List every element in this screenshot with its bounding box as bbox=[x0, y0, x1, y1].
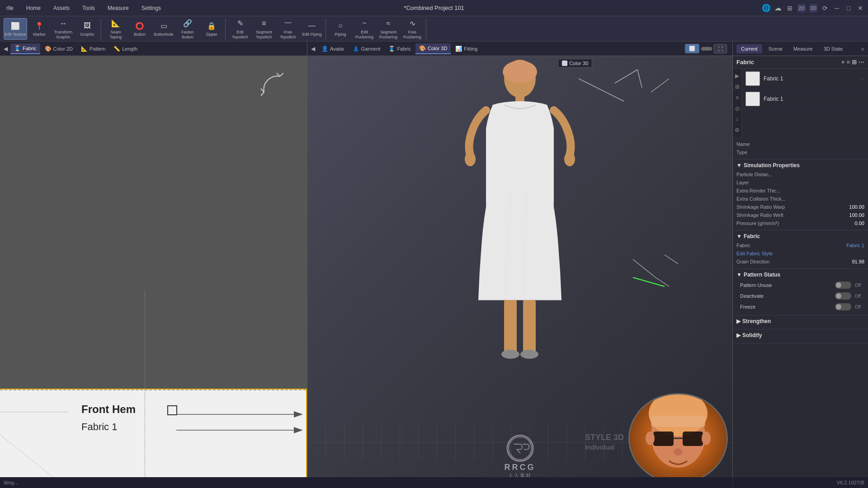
direction-arrow-1 bbox=[176, 408, 307, 421]
minimize-btn[interactable]: ─ bbox=[833, 4, 841, 12]
tab-garment[interactable]: 👗 Garment bbox=[349, 44, 384, 54]
menu-file[interactable]: rlle bbox=[4, 4, 16, 12]
sidebar-icon-2[interactable]: ⊞ bbox=[734, 83, 741, 90]
fasten-button-btn[interactable]: 🔗 Fasten Button bbox=[176, 18, 199, 40]
zipper-btn[interactable]: 🔒 Zipper bbox=[200, 18, 223, 40]
fabric-props-collapse-icon[interactable]: ▼ bbox=[736, 233, 742, 239]
button-btn[interactable]: ⭕ Button bbox=[128, 18, 151, 40]
solidify-collapse-icon[interactable]: ▶ bbox=[736, 332, 741, 338]
graphic-btn[interactable]: 🖼 Graphic bbox=[75, 18, 99, 40]
edit-topstitch-btn[interactable]: ✎ Edit Topstitch bbox=[228, 18, 252, 40]
seam-taping-btn[interactable]: 📐 Seam Taping bbox=[104, 18, 127, 40]
view-color-btn[interactable] bbox=[701, 47, 712, 51]
viewport-2d[interactable]: Front Hem Fabric 1 bbox=[0, 56, 307, 488]
free-topstitch-btn[interactable]: 〰 Free Topstitch bbox=[276, 18, 300, 40]
maximize-btn[interactable]: □ bbox=[844, 4, 853, 12]
sidebar-icon-5[interactable]: ↕ bbox=[734, 116, 741, 123]
rrcg-logo: RRCG 人人素材 bbox=[505, 435, 536, 479]
name-label: Name bbox=[736, 141, 864, 147]
layer-label: Layer bbox=[736, 180, 864, 185]
tab-length-label: Length bbox=[122, 46, 137, 52]
2d-toggle[interactable]: 2D bbox=[797, 4, 806, 12]
tab-fabric-3d-label: Fabric bbox=[397, 46, 411, 52]
strengthen-title: ▶ Strengthen bbox=[736, 318, 864, 324]
segment-puckering-btn[interactable]: ≈ Segment Puckering bbox=[377, 18, 400, 40]
tab-fabric-2d[interactable]: 🧵 Fabric bbox=[10, 43, 40, 54]
segment-topstitch-btn[interactable]: ≡ Segment Topstitch bbox=[252, 18, 276, 40]
free-puckering-btn[interactable]: ∿ Free Puckering bbox=[401, 18, 424, 40]
edit-puckering-btn[interactable]: ~ Edit Puckering bbox=[353, 18, 376, 40]
main-area: ◀ 🧵 Fabric 🎨 Color 2D 📐 Pattern 📏 Length bbox=[0, 42, 868, 488]
menu-tools[interactable]: Tools bbox=[80, 4, 98, 12]
window-controls: 🌐 ☁ ⊞ 2D 3D ⟳ ─ □ ✕ bbox=[762, 4, 864, 12]
3d-toggle[interactable]: 3D bbox=[809, 4, 817, 12]
freeze-toggle[interactable] bbox=[835, 303, 851, 310]
props-tab-3d-state[interactable]: 3D State bbox=[819, 44, 848, 53]
fabric-item-2[interactable]: Fabric 1 bbox=[742, 89, 868, 109]
fabric-props-title: ▼ Fabric bbox=[736, 233, 864, 239]
more-options-btn[interactable]: ⋯ bbox=[859, 59, 864, 66]
tab-color-2d[interactable]: 🎨 Color 2D bbox=[41, 44, 76, 54]
tab-color-3d[interactable]: 🎨 Color 3D bbox=[415, 43, 451, 54]
menu-home[interactable]: Home bbox=[24, 4, 43, 12]
piping-icon: ○ bbox=[335, 20, 346, 31]
props-expand-btn[interactable]: » bbox=[861, 45, 864, 52]
props-tab-current[interactable]: Current bbox=[736, 44, 762, 53]
cloud-icon[interactable]: ☁ bbox=[774, 4, 782, 12]
edit-texture-btn[interactable]: ⬜ Edit Texture bbox=[4, 18, 27, 40]
puckering-tools: ○ Piping ~ Edit Puckering ≈ Segment Puck… bbox=[327, 18, 426, 40]
fabric-item-1[interactable]: Fabric 1 ⋯ bbox=[742, 69, 868, 89]
network-icon[interactable]: 🌐 bbox=[762, 4, 770, 12]
pattern-unuse-toggle[interactable] bbox=[835, 282, 851, 289]
2d-nav-prev[interactable]: ◀ bbox=[2, 46, 9, 52]
fabric-prop-row: Fabric Fabric 1 bbox=[736, 241, 864, 249]
add-fabric-btn[interactable]: + bbox=[841, 59, 845, 66]
piping-btn[interactable]: ○ Piping bbox=[329, 18, 352, 40]
3d-nav-prev[interactable]: ◀ bbox=[309, 46, 317, 52]
sidebar-icon-6[interactable]: ⚙ bbox=[734, 127, 741, 134]
tab-fitting-label: Fitting bbox=[464, 46, 477, 52]
tab-fabric-3d[interactable]: 🧵 Fabric bbox=[385, 44, 415, 54]
edit-piping-btn[interactable]: — Edit Piping bbox=[300, 18, 324, 40]
transform-graphic-btn[interactable]: ↔ Transform Graphic bbox=[52, 18, 75, 40]
view-expand-btn[interactable]: ⛶ bbox=[714, 44, 727, 53]
view-2d-btn[interactable]: ⬜ bbox=[685, 44, 699, 53]
svg-line-11 bbox=[0, 169, 158, 268]
viewport-3d[interactable]: STYLE 3D Individual RRCG 人人素材 bbox=[307, 56, 732, 488]
props-tab-scene[interactable]: Scene bbox=[764, 44, 787, 53]
svg-rect-35 bbox=[683, 432, 703, 446]
list-view-btn[interactable]: ≡ bbox=[846, 59, 850, 66]
buttonhole-btn[interactable]: ▭ Buttonhole bbox=[152, 18, 175, 40]
pattern-status-collapse-icon[interactable]: ▼ bbox=[736, 272, 742, 278]
webcam-overlay bbox=[628, 393, 728, 483]
props-tab-measure[interactable]: Measure bbox=[789, 44, 817, 53]
rotation-handle[interactable] bbox=[257, 70, 293, 106]
pattern-piece[interactable]: Front Hem Fabric 1 bbox=[0, 389, 307, 488]
close-btn[interactable]: ✕ bbox=[856, 4, 864, 12]
tab-fitting[interactable]: 📊 Fitting bbox=[452, 44, 481, 54]
sidebar-icon-4[interactable]: ◎ bbox=[734, 105, 741, 112]
seam-taping-icon: 📐 bbox=[110, 18, 121, 29]
deactivate-toggle[interactable] bbox=[835, 292, 851, 300]
menu-measure[interactable]: Measure bbox=[105, 4, 132, 12]
circle-marker bbox=[167, 405, 177, 415]
edit-fabric-style-row[interactable]: Edit Fabric Style bbox=[736, 249, 864, 258]
sidebar-icon-1[interactable]: ▶ bbox=[734, 72, 741, 80]
tab-pattern[interactable]: 📐 Pattern bbox=[77, 44, 109, 54]
sidebar-icon-3[interactable]: ≡ bbox=[734, 94, 741, 101]
menu-settings[interactable]: Settings bbox=[139, 4, 164, 12]
fabric-options-btn[interactable]: ⋯ bbox=[860, 76, 864, 81]
grid-icon[interactable]: ⊞ bbox=[786, 4, 794, 12]
grid-view-btn[interactable]: ⊞ bbox=[852, 59, 857, 66]
menu-assets[interactable]: Assets bbox=[51, 4, 72, 12]
refresh-icon[interactable]: ⟳ bbox=[821, 4, 829, 12]
tab-length[interactable]: 📏 Length bbox=[110, 44, 141, 54]
tab-avatar[interactable]: 👤 Avatar bbox=[318, 44, 348, 54]
graphic-icon: 🖼 bbox=[82, 20, 93, 31]
svg-rect-18 bbox=[504, 300, 517, 354]
simulation-collapse-icon[interactable]: ▼ bbox=[736, 162, 742, 169]
shrinkage-weft-label: Shrinkage Ratio Weft bbox=[736, 212, 849, 218]
marker-btn[interactable]: 📍 Marker bbox=[28, 18, 51, 40]
shrinkage-weft-row: Shrinkage Ratio Weft 100.00 bbox=[736, 211, 864, 219]
strengthen-collapse-icon[interactable]: ▶ bbox=[736, 318, 741, 324]
